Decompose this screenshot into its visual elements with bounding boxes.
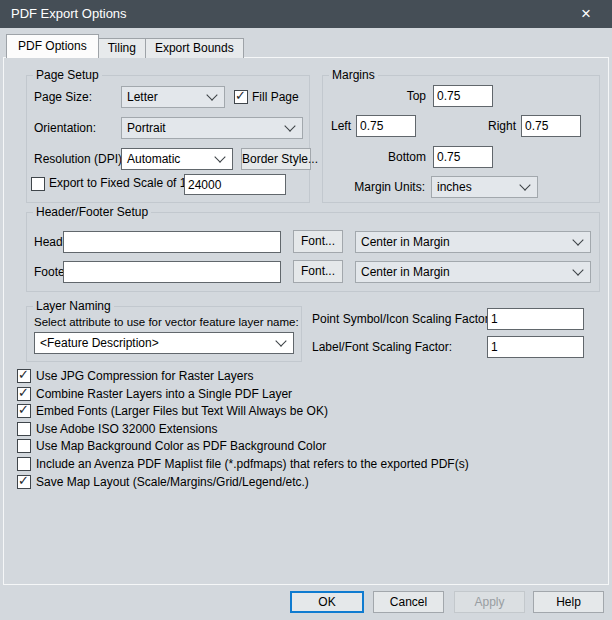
chevron-down-icon — [214, 151, 225, 162]
tab-strip: PDF Options Tiling Export Bounds — [6, 34, 244, 58]
chevron-down-icon — [284, 120, 295, 131]
option-label: Embed Fonts (Larger Files but Text Will … — [36, 403, 328, 419]
option-label: Include an Avenza PDF Maplist file (*.pd… — [36, 456, 469, 472]
point-scaling-label: Point Symbol/Icon Scaling Factor: — [312, 308, 492, 330]
chevron-down-icon — [572, 234, 583, 245]
cancel-button[interactable]: Cancel — [373, 591, 444, 613]
page-setup-group: Page Setup Page Size: Letter ✓ Fill Page… — [26, 75, 310, 203]
page-size-value: Letter — [127, 90, 158, 104]
font-scaling-input[interactable] — [487, 336, 584, 358]
option-checkbox[interactable]: ✓ — [17, 457, 31, 471]
check-icon: ✓ — [18, 403, 29, 417]
resolution-value: Automatic — [127, 152, 180, 166]
option-label: Combine Raster Layers into a Single PDF … — [36, 386, 292, 402]
margin-top-label: Top — [383, 85, 426, 107]
ok-button[interactable]: OK — [290, 591, 364, 613]
check-icon: ✓ — [18, 474, 29, 488]
margins-group: Margins Top Left Right Bottom Margin Uni… — [322, 75, 600, 203]
page-size-combo[interactable]: Letter — [121, 86, 225, 108]
chevron-down-icon — [572, 264, 583, 275]
margin-right-label: Right — [483, 115, 516, 137]
margins-legend: Margins — [329, 68, 378, 83]
tab-export-bounds[interactable]: Export Bounds — [146, 38, 244, 58]
footer-position-value: Center in Margin — [361, 265, 450, 279]
check-icon: ✓ — [235, 89, 246, 103]
option-label: Use JPG Compression for Raster Layers — [36, 368, 253, 384]
pdf-export-options-dialog: PDF Export Options × PDF Options Tiling … — [0, 0, 612, 620]
title-bar: PDF Export Options × — [0, 0, 612, 28]
chevron-down-icon — [519, 179, 530, 190]
option-checkbox[interactable]: ✓ — [17, 387, 31, 401]
resolution-combo[interactable]: Automatic — [121, 148, 233, 170]
header-position-combo[interactable]: Center in Margin — [355, 231, 591, 253]
margin-left-input[interactable] — [356, 115, 416, 137]
apply-button: Apply — [454, 591, 525, 613]
page-setup-legend: Page Setup — [33, 68, 102, 83]
resolution-label: Resolution (DPI): — [34, 148, 125, 170]
option-label: Use Map Background Color as PDF Backgrou… — [36, 438, 326, 454]
margin-top-input[interactable] — [433, 85, 493, 107]
page-size-label: Page Size: — [34, 86, 92, 108]
margin-units-value: inches — [437, 180, 472, 194]
chevron-down-icon — [275, 335, 286, 346]
font-scaling-label: Label/Font Scaling Factor: — [312, 336, 452, 358]
option-checkbox[interactable]: ✓ — [17, 439, 31, 453]
margin-bottom-input[interactable] — [433, 146, 493, 168]
header-position-value: Center in Margin — [361, 235, 450, 249]
margin-units-combo[interactable]: inches — [431, 176, 538, 198]
fixed-scale-checkbox[interactable]: ✓ — [31, 177, 45, 191]
option-checkbox[interactable]: ✓ — [17, 404, 31, 418]
help-button[interactable]: Help — [533, 591, 604, 613]
footer-font-button[interactable]: Font... — [293, 260, 343, 283]
layer-attribute-combo[interactable]: <Feature Description> — [34, 332, 294, 354]
fixed-scale-input[interactable] — [184, 174, 286, 195]
margin-left-label: Left — [331, 115, 351, 137]
chevron-down-icon — [206, 89, 217, 100]
option-checkbox[interactable]: ✓ — [17, 422, 31, 436]
option-checkbox[interactable]: ✓ — [17, 475, 31, 489]
layer-naming-legend: Layer Naming — [33, 299, 114, 314]
close-icon[interactable]: × — [572, 0, 600, 28]
orientation-label: Orientation: — [34, 117, 96, 139]
orientation-combo[interactable]: Portrait — [121, 117, 303, 139]
check-icon: ✓ — [18, 386, 29, 400]
check-icon: ✓ — [18, 368, 29, 382]
header-font-button[interactable]: Font... — [293, 230, 343, 253]
orientation-value: Portrait — [127, 121, 166, 135]
fill-page-checkbox[interactable]: ✓ — [234, 90, 248, 104]
layer-naming-group: Layer Naming Select attribute to use for… — [26, 306, 302, 362]
layer-attribute-value: <Feature Description> — [40, 336, 159, 350]
layer-attribute-label: Select attribute to use for vector featu… — [34, 314, 299, 330]
window-title: PDF Export Options — [11, 0, 127, 28]
header-footer-group: Header/Footer Setup Header Font... Cente… — [26, 212, 600, 292]
footer-input[interactable] — [63, 261, 281, 283]
point-scaling-input[interactable] — [487, 308, 584, 330]
border-style-button[interactable]: Border Style... — [241, 148, 311, 170]
margin-bottom-label: Bottom — [383, 146, 426, 168]
tab-tiling[interactable]: Tiling — [99, 38, 146, 58]
margin-right-input[interactable] — [521, 115, 581, 137]
option-checkbox[interactable]: ✓ — [17, 369, 31, 383]
tab-pdf-options[interactable]: PDF Options — [6, 34, 99, 58]
fill-page-label: Fill Page — [252, 86, 299, 108]
option-label: Save Map Layout (Scale/Margins/Grid/Lege… — [36, 474, 309, 490]
header-footer-legend: Header/Footer Setup — [33, 205, 151, 220]
footer-position-combo[interactable]: Center in Margin — [355, 261, 591, 283]
margin-units-label: Margin Units: — [349, 176, 425, 198]
option-label: Use Adobe ISO 32000 Extensions — [36, 421, 217, 437]
fixed-scale-label: Export to Fixed Scale of 1: — [49, 173, 190, 194]
header-input[interactable] — [63, 231, 281, 253]
